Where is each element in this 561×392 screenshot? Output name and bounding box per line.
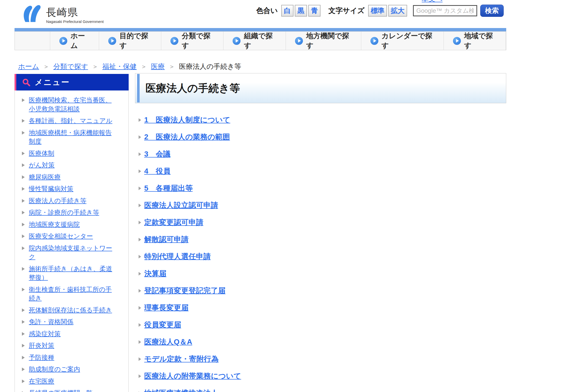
logo-subtitle: Nagasaki Prefectural Government: [46, 19, 104, 24]
sidebar-link[interactable]: 衛生検査所・歯科技工所の手続き: [29, 285, 115, 303]
triangle-bullet-icon: [139, 169, 141, 173]
page-title: 医療法人の手続き等: [145, 81, 240, 95]
sidebar-link[interactable]: 医療安全相談センター: [29, 232, 93, 241]
sidebar-link[interactable]: 地域医療支援病院: [29, 220, 80, 229]
content-link-item: 理事長変更届: [139, 303, 506, 312]
content-link[interactable]: 役員変更届: [144, 320, 181, 330]
triangle-bullet-icon: [22, 308, 25, 312]
breadcrumb-link-welfare-health[interactable]: 福祉・保健: [102, 62, 137, 71]
sidebar-link[interactable]: 医療法人の手続き等: [29, 196, 86, 205]
content-link[interactable]: 医療法人Q＆A: [144, 337, 192, 347]
triangle-bullet-icon: [22, 320, 25, 324]
sidebar-link[interactable]: 在宅医療: [29, 377, 54, 386]
sidebar-item: 免許・資格関係: [21, 317, 125, 326]
content-link[interactable]: 定款変更認可申請: [144, 217, 203, 228]
triangle-bullet-icon: [22, 332, 25, 336]
prefecture-logo[interactable]: 長崎県 Nagasaki Prefectural Government: [22, 3, 104, 24]
arrow-circle-icon: [170, 37, 178, 45]
breadcrumb-link-medical[interactable]: 医療: [151, 62, 165, 71]
content-link[interactable]: 地域医療連携推進法人: [144, 388, 218, 392]
triangle-bullet-icon: [139, 374, 141, 378]
search-input[interactable]: [413, 5, 477, 16]
content-link[interactable]: 理事長変更届: [144, 303, 189, 313]
nav-item-home[interactable]: ホーム: [50, 32, 99, 50]
nav-item-by-area[interactable]: 地域で探す: [444, 32, 506, 50]
content-link[interactable]: 決算届: [144, 269, 166, 279]
sidebar-item: 助成制度のご案内: [21, 365, 125, 374]
global-nav: ホーム 目的で探す 分類で探す 組織で探す 地方機関で探す カレンダーで探す 地…: [15, 31, 506, 50]
triangle-bullet-icon: [22, 344, 25, 347]
nav-item-by-local-office[interactable]: 地方機関で探す: [286, 32, 361, 50]
sidebar-item: 地域医療構想・病床機能報告制度: [21, 128, 125, 146]
breadcrumb-separator: ＞: [141, 62, 147, 71]
nav-item-label: ホーム: [71, 31, 90, 50]
sidebar-item: 医療機関検索、在宅当番医、小児救急電話相談: [21, 96, 125, 113]
nav-item-by-purpose[interactable]: 目的で探す: [99, 32, 161, 50]
sidebar-link[interactable]: 病院・診療所の手続き等: [29, 208, 99, 217]
sidebar-link[interactable]: がん対策: [29, 161, 55, 169]
triangle-bullet-icon: [139, 357, 141, 361]
nav-item-label: 地域で探す: [464, 31, 497, 50]
content-link-item: モデル定款・寄附行為: [139, 355, 506, 364]
sidebar-link[interactable]: 各種計画、指針、マニュアル: [29, 116, 112, 125]
sidebar-menu-list: 医療機関検索、在宅当番医、小児救急電話相談 各種計画、指針、マニュアル 地域医療…: [15, 90, 129, 392]
sidebar-link[interactable]: 免許・資格関係: [29, 317, 73, 326]
sidebar-item: がん対策: [21, 161, 125, 169]
breadcrumb-link-category[interactable]: 分類で探す: [53, 62, 88, 71]
sidebar-link[interactable]: 医療機関検索、在宅当番医、小児救急電話相談: [29, 96, 115, 113]
color-blue-button[interactable]: 青: [308, 5, 320, 17]
nav-item-by-organization[interactable]: 組織で探す: [223, 32, 286, 50]
color-white-button[interactable]: 白: [281, 5, 293, 17]
content-link-item: 決算届: [139, 269, 506, 278]
sidebar-link[interactable]: 感染症対策: [29, 329, 61, 338]
triangle-bullet-icon: [22, 163, 25, 167]
sidebar-link[interactable]: 長崎県の医療機関一覧: [29, 388, 93, 392]
content-link-item: 5 各種届出等: [139, 184, 506, 193]
sidebar-link[interactable]: 慢性腎臓病対策: [29, 184, 73, 193]
triangle-bullet-icon: [22, 119, 25, 123]
content-link[interactable]: 特別代理人選任申請: [144, 252, 211, 262]
triangle-bullet-icon: [22, 267, 25, 271]
triangle-bullet-icon: [139, 340, 141, 344]
content-link-item: 医療法人設立認可申請: [139, 201, 506, 210]
content-link[interactable]: 4 役員: [144, 166, 170, 176]
sidebar-link[interactable]: 地域医療構想・病床機能報告制度: [29, 128, 115, 146]
content-link[interactable]: モデル定款・寄附行為: [144, 354, 219, 364]
content-link[interactable]: 医療法人設立認可申請: [144, 200, 218, 211]
sidebar-link[interactable]: 肝炎対策: [29, 341, 54, 350]
sidebar-link[interactable]: 助成制度のご案内: [29, 365, 80, 374]
triangle-bullet-icon: [139, 187, 141, 190]
nav-item-by-calendar[interactable]: カレンダーで探す: [361, 32, 444, 50]
text-size-standard-button[interactable]: 標準: [368, 5, 387, 17]
sidebar-item: 長崎県の医療機関一覧: [21, 388, 125, 392]
triangle-bullet-icon: [22, 211, 25, 214]
content-link[interactable]: 2 医療法人の業務の範囲: [144, 132, 230, 142]
sidebar-link[interactable]: 施術所手続き（あはき、柔道整復）: [29, 264, 115, 282]
content-link[interactable]: 5 各種届出等: [144, 183, 193, 193]
content-link[interactable]: 1 医療法人制度について: [144, 115, 230, 125]
text-size-large-button[interactable]: 拡大: [388, 5, 407, 17]
content-link-item: 医療法人Q＆A: [139, 337, 506, 347]
page-title-box: 医療法人の手続き等: [135, 73, 506, 103]
triangle-bullet-icon: [22, 131, 25, 135]
sidebar-link[interactable]: 死体解剖保存法に係る手続き: [29, 306, 112, 315]
sidebar-link[interactable]: 医療体制: [29, 149, 54, 158]
content-link-item: 登記事項変更登記完了届: [139, 286, 506, 295]
triangle-bullet-icon: [139, 289, 141, 293]
content-link[interactable]: 医療法人の附帯業務について: [144, 371, 241, 381]
color-black-button[interactable]: 黒: [295, 5, 307, 17]
nav-item-by-category[interactable]: 分類で探す: [161, 32, 223, 50]
content-link-item: 地域医療連携推進法人: [139, 389, 506, 392]
sidebar-link[interactable]: 糖尿病医療: [29, 173, 61, 181]
triangle-bullet-icon: [139, 272, 141, 276]
search-button[interactable]: 検索: [480, 5, 504, 17]
content-link[interactable]: 解散認可申請: [144, 234, 189, 245]
sidebar-link[interactable]: 院内感染地域支援ネットワーク: [29, 244, 115, 261]
content-link[interactable]: 登記事項変更登記完了届: [144, 286, 225, 296]
site-header: 長崎県 Nagasaki Prefectural Government 色合い …: [15, 0, 506, 28]
sidebar-menu: メニュー 医療機関検索、在宅当番医、小児救急電話相談 各種計画、指針、マニュアル…: [15, 74, 129, 392]
breadcrumb-link-home[interactable]: ホーム: [18, 62, 39, 71]
content-link[interactable]: 3 会議: [144, 149, 170, 159]
triangle-bullet-icon: [139, 255, 141, 258]
sidebar-link[interactable]: 予防接種: [29, 353, 54, 362]
